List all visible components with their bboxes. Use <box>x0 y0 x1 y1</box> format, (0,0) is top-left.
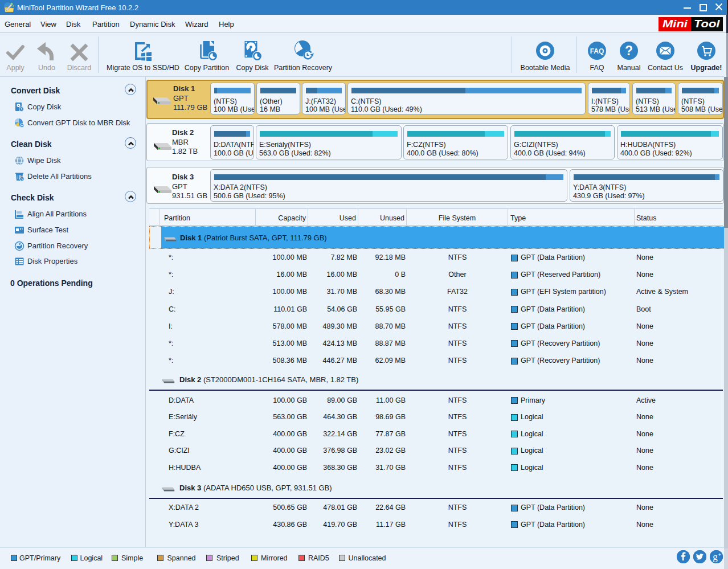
svg-text:g: g <box>713 551 718 562</box>
svg-text:?: ? <box>625 43 633 58</box>
svg-text:+: + <box>718 552 721 558</box>
svg-text:FAQ: FAQ <box>590 47 604 55</box>
